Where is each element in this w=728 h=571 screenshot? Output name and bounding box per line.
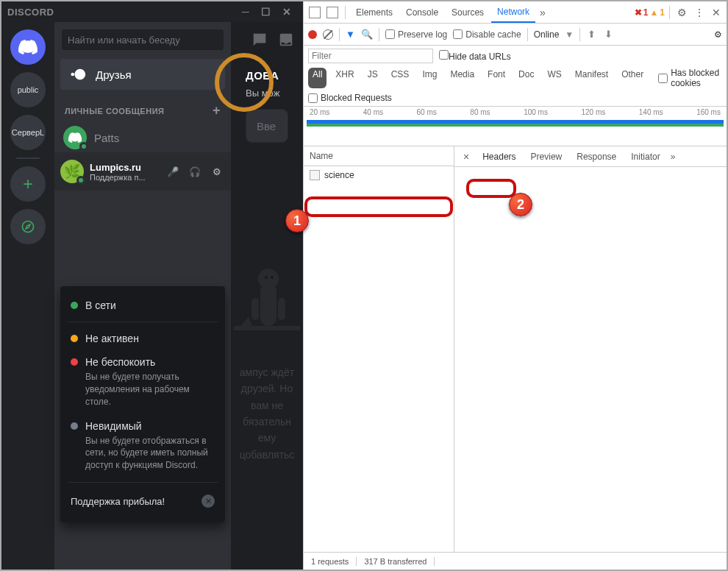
guild-server[interactable]: СерверL (10, 115, 46, 150)
user-avatar[interactable]: 🌿 (60, 160, 84, 183)
filter-input[interactable] (308, 49, 433, 63)
tab-initiator[interactable]: Initiator (624, 147, 667, 166)
filter-xhr[interactable]: XHR (331, 68, 358, 88)
close-icon[interactable]: ✕ (201, 494, 215, 508)
mute-icon[interactable]: 🎤 (165, 166, 181, 177)
request-row[interactable]: science (304, 166, 454, 184)
disable-cache-checkbox[interactable]: Disable cache (453, 29, 521, 40)
filter-toggle-icon[interactable]: ▼ (346, 29, 355, 40)
dnd-bullet-icon (71, 358, 78, 366)
username: Lumpics.ru (90, 162, 159, 173)
deafen-icon[interactable]: 🎧 (187, 166, 203, 177)
friends-tab[interactable]: Друзья (60, 59, 225, 90)
file-icon (310, 170, 320, 180)
hide-data-urls-checkbox[interactable]: Hide data URLs (439, 50, 511, 62)
callout-box-1 (304, 196, 453, 217)
tutorial-ring (215, 53, 274, 112)
settings-icon[interactable]: ⚙ (209, 166, 225, 177)
blocked-requests-checkbox[interactable]: Blocked Requests (308, 93, 392, 103)
close-detail-button[interactable]: × (457, 148, 475, 166)
explore-button[interactable] (10, 209, 46, 244)
add-friend-input[interactable]: Вве (246, 109, 288, 143)
devtools-close-icon[interactable]: ✕ (709, 4, 724, 21)
guild-separator (16, 157, 40, 159)
avatar (63, 126, 87, 149)
upload-har-icon[interactable]: ⬆ (586, 29, 597, 40)
status-menu: В сети Не активен Не беспокоить Вы не бу… (60, 286, 225, 522)
blocked-cookies-checkbox[interactable]: Has blocked cookies (658, 68, 722, 88)
close-button[interactable]: ✕ (276, 6, 297, 18)
quick-search[interactable]: Найти или начать беседу (62, 29, 224, 50)
warning-badge[interactable]: ▲1 (649, 7, 665, 18)
idle-bullet-icon (71, 335, 78, 342)
guild-public[interactable]: public (10, 72, 46, 107)
filter-font[interactable]: Font (483, 68, 510, 88)
user-subtext: Поддержка п... (90, 173, 159, 182)
tabs-more-icon[interactable]: » (537, 4, 549, 21)
filter-css[interactable]: CSS (387, 68, 414, 88)
filter-all[interactable]: All (308, 68, 326, 88)
throttling-select[interactable]: Online (534, 29, 560, 40)
network-timeline[interactable]: 20 ms 40 ms 60 ms 80 ms 100 ms 120 ms 14… (304, 107, 727, 146)
tab-sources[interactable]: Sources (446, 3, 490, 22)
minimize-button[interactable]: ─ (235, 6, 256, 18)
channels-panel: Найти или начать беседу Друзья ЛИЧНЫЕ СО… (54, 22, 231, 570)
filter-doc[interactable]: Doc (514, 68, 538, 88)
filter-other[interactable]: Other (617, 68, 648, 88)
filter-media[interactable]: Media (446, 68, 479, 88)
tab-preview[interactable]: Preview (524, 147, 570, 166)
create-dm-button[interactable]: + (213, 103, 221, 118)
status-idle[interactable]: Не активен (60, 327, 225, 350)
status-support[interactable]: Поддержка прибыла! ✕ (60, 487, 225, 515)
filter-js[interactable]: JS (363, 68, 382, 88)
network-footer: 1 requests 317 B transferred (304, 552, 727, 570)
network-toolbar: ▼ 🔍 Preserve log Disable cache Online ▼ … (304, 24, 727, 46)
maximize-button[interactable]: ☐ (256, 6, 276, 18)
status-invisible[interactable]: Невидимый Вы не будете отображаться в се… (60, 414, 225, 478)
device-toggle-icon[interactable] (326, 7, 338, 18)
devtools-tabs: Elements Console Sources Network » ✖1 ▲1… (304, 1, 727, 24)
error-badge[interactable]: ✖1 (635, 7, 649, 18)
home-button[interactable] (10, 29, 46, 65)
user-panel: 🌿 Lumpics.ru Поддержка п... 🎤 🎧 ⚙ (54, 152, 231, 191)
download-har-icon[interactable]: ⬇ (603, 29, 614, 40)
discord-logo-icon (68, 132, 82, 143)
search-icon[interactable]: 🔍 (361, 29, 373, 40)
filter-ws[interactable]: WS (543, 68, 565, 88)
discord-app: DISCORD ─ ☐ ✕ public СерверL + Найти или… (1, 1, 303, 570)
devtools-settings-icon[interactable]: ⚙ (674, 4, 690, 21)
devtools-menu-icon[interactable]: ⋮ (691, 4, 707, 21)
tab-response[interactable]: Response (569, 147, 624, 166)
footer-requests: 1 requests (304, 557, 357, 566)
dm-header: ЛИЧНЫЕ СООБЩЕНИЯ + (54, 91, 231, 123)
network-filter-bar: Hide data URLs All XHR JS CSS Img Media … (304, 46, 727, 107)
network-settings-icon[interactable]: ⚙ (714, 29, 722, 40)
online-bullet-icon (71, 302, 78, 309)
inspect-icon[interactable] (309, 7, 321, 18)
discord-logo-icon (18, 40, 38, 54)
record-button[interactable] (308, 30, 317, 39)
tab-network[interactable]: Network (491, 2, 535, 23)
detail-body (454, 167, 727, 552)
guild-list: public СерверL + (1, 22, 54, 570)
callout-box-2 (466, 179, 516, 198)
status-online[interactable]: В сети (60, 294, 225, 317)
dm-item[interactable]: Patts (54, 123, 231, 152)
clear-button[interactable] (323, 29, 333, 40)
filter-manifest[interactable]: Manifest (571, 68, 613, 88)
callout-number-1: 1 (285, 209, 309, 233)
user-status-dot (76, 176, 85, 185)
detail-tabs: × Headers Preview Response Initiator » (454, 146, 727, 167)
devtools-panel: Elements Console Sources Network » ✖1 ▲1… (303, 1, 727, 570)
app-title: DISCORD (7, 7, 54, 18)
tab-console[interactable]: Console (400, 3, 444, 22)
add-server-button[interactable]: + (10, 166, 46, 202)
tab-elements[interactable]: Elements (350, 3, 399, 22)
preserve-log-checkbox[interactable]: Preserve log (385, 29, 447, 40)
footer-transferred: 317 B transferred (357, 557, 435, 566)
filter-img[interactable]: Img (418, 68, 441, 88)
detail-tabs-more-icon[interactable]: » (668, 149, 679, 165)
tab-headers[interactable]: Headers (475, 147, 523, 166)
status-dnd[interactable]: Не беспокоить Вы не будете получать увед… (60, 350, 225, 414)
friends-icon (71, 66, 87, 82)
